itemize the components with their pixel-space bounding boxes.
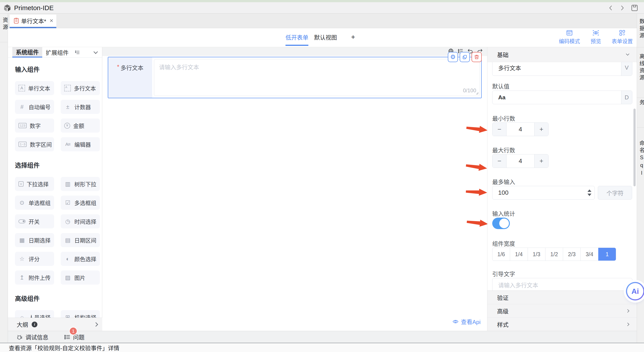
section-basic[interactable]: 基础 [488,47,637,62]
tab-low-code-form[interactable]: 低开表单 [286,28,308,46]
primeton-ide-window: Primeton-IDE 资源 单行文本* × [0,0,644,352]
org-select-icon: ⊞ [64,314,71,318]
component-dropdown-select[interactable]: ∨下拉选择 [15,177,54,191]
number-spinner[interactable] [584,190,594,196]
person-select-icon: ○ [18,314,26,318]
nav-forward-icon[interactable] [619,5,625,12]
component-org-select[interactable]: ⊞机构选择 [61,310,100,318]
component-number-range[interactable]: 1~3数字区间 [15,137,54,151]
save-icon[interactable] [631,4,638,12]
component-amount[interactable]: ¥金额 [61,118,100,133]
component-image[interactable]: ▨图片 [61,270,100,285]
minus-button[interactable]: − [492,123,506,136]
sidebar-item-resources[interactable]: 资源 [0,14,8,42]
bottom-panel-bar: 调试信息 问题 1 [8,331,637,343]
number-icon: 123 [18,123,26,128]
guide-text-input[interactable]: 请输入多行文本 [492,278,632,291]
width-option-3-4[interactable]: 3/4 [580,248,598,261]
collapse-panel-icon[interactable] [94,47,97,58]
max-input-field[interactable]: 100 [492,186,595,200]
form-settings-button[interactable]: 表单设置 [612,30,633,45]
component-color-picker[interactable]: ◐颜色选择 [61,252,100,266]
field-settings-button[interactable]: ⚙ [448,52,458,62]
section-style[interactable]: 样式 [488,317,637,331]
editor-tab[interactable]: 单行文本* × [10,15,56,27]
component-auto-number[interactable]: #自动编号 [15,100,54,114]
max-rows-label: 最大行数 [492,146,515,154]
preview-button[interactable]: 预览 [590,30,601,45]
component-time-picker[interactable]: ◷时间选择 [61,214,100,228]
width-option-1-6[interactable]: 1/6 [492,248,510,261]
multiline-textarea[interactable]: 请输入多行文本 0/100 [154,59,480,96]
outline-expand-icon[interactable] [94,322,98,327]
selected-field-multiline-text[interactable]: * 多行文本 请输入多行文本 0/100 ⚙ [108,57,482,98]
trash-icon [474,54,479,60]
input-stat-toggle[interactable] [492,218,510,229]
component-multi-line-text[interactable]: A多行文本 [61,81,100,95]
nav-back-icon[interactable] [608,5,614,12]
component-date-range[interactable]: ▤日期区间 [61,233,100,247]
width-option-1-2[interactable]: 1/2 [545,248,563,261]
tab-system-components[interactable]: 系统组件 [12,47,42,58]
form-canvas: * 多行文本 请输入多行文本 0/100 ⚙ [102,47,488,331]
component-person-select[interactable]: ○人员选择 [15,310,54,318]
component-rating[interactable]: ☆评分 [15,252,54,266]
tab-extension-components[interactable]: 扩展组件 [42,47,72,58]
plus-button[interactable]: + [534,123,548,136]
component-number[interactable]: 123数字 [15,118,54,133]
outline-bar[interactable]: 大纲 i [8,318,102,331]
width-option-2-3[interactable]: 2/3 [563,248,580,261]
field-action-buttons: ⚙ [448,52,482,62]
status-bar: 查看资源「校验规则-自定义校验事件」详情 [0,343,644,352]
max-rows-value[interactable]: 4 [506,154,534,168]
default-value-input[interactable]: Aa D [492,91,632,104]
minus-button[interactable]: − [492,154,506,168]
inspector-scrollbar[interactable] [634,109,636,186]
width-option-1-4[interactable]: 1/4 [510,248,528,261]
radio-group-icon: ⊙ [18,199,26,206]
char-counter: 0/100 [463,87,476,94]
component-switch[interactable]: 开关 [15,214,54,228]
code-mode-button[interactable]: 编码模式 [559,30,580,45]
tab-close-icon[interactable]: × [50,17,53,24]
component-editor[interactable]: A≡编辑器 [61,137,100,151]
component-radio-group[interactable]: ⊙单选框组 [15,196,54,210]
problems-list-icon [64,334,70,340]
input-stat-label: 输入统计 [492,209,515,217]
width-option-1-3[interactable]: 1/3 [528,248,545,261]
field-copy-button[interactable] [460,52,470,62]
field-name-input[interactable]: 多行文本 V [492,62,632,76]
component-width-label: 组件宽度 [492,239,515,247]
debug-info-button[interactable]: 调试信息 [17,333,48,341]
multi-line-text-icon: A [64,85,71,91]
width-option-1[interactable]: 1 [598,248,616,261]
component-counter[interactable]: ±计数器 [61,100,100,114]
section-validation[interactable]: 验证 [488,291,637,304]
primeton-logo-icon [3,4,12,12]
group-title-input: 输入组件 [15,65,102,74]
component-file-upload[interactable]: ↥附件上传 [15,270,54,285]
sidebar-item-third-party-services[interactable]: 三方服务 [637,98,644,127]
variable-suffix-button[interactable]: V [621,62,632,76]
sidebar-item-named-sql[interactable]: 命名Sql [637,127,644,194]
sidebar-item-data-source[interactable]: 数据源 [637,14,644,47]
view-api-link[interactable]: 查看Api [452,317,480,325]
section-advanced[interactable]: 高级 [488,304,637,317]
plus-button[interactable]: + [534,154,548,168]
resize-handle-icon[interactable] [475,91,479,95]
component-tree-dropdown[interactable]: ▥树形下拉 [61,177,100,191]
add-view-button[interactable]: + [351,28,355,46]
dynamic-suffix-button[interactable]: D [621,91,632,104]
code-mode-icon [566,30,573,36]
default-value-label: 默认值 [492,82,510,90]
component-date-picker[interactable]: ▦日期选择 [15,233,54,247]
tab-default-view[interactable]: 默认视图 [314,28,337,46]
component-checkbox-group[interactable]: ☑多选框组 [61,196,100,210]
min-rows-value[interactable]: 4 [506,123,534,136]
sidebar-item-offline-resources[interactable]: 离线资源 [637,47,644,98]
required-asterisk: * [117,63,119,98]
component-list-icon[interactable] [75,47,80,58]
ai-assistant-button[interactable]: Ai [626,282,644,300]
field-delete-button[interactable] [472,52,482,62]
component-single-line-text[interactable]: A单行文本 [15,81,54,95]
